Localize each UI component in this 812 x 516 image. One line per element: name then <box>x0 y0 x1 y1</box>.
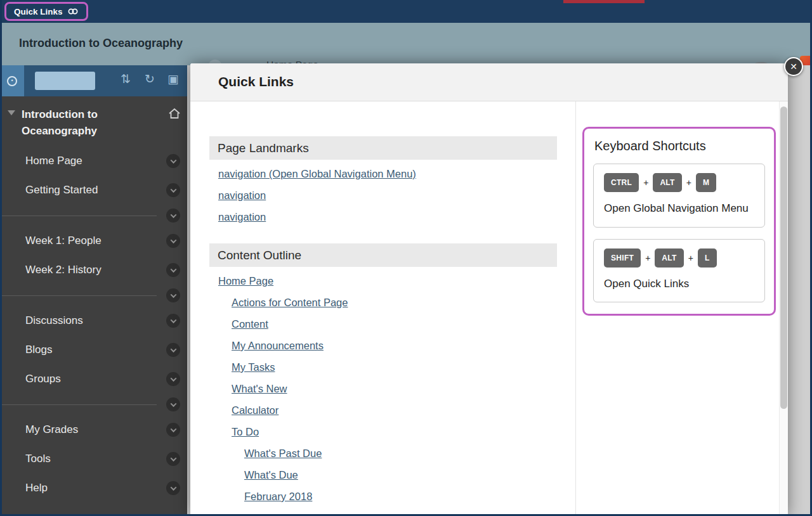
chevron-down-icon <box>170 266 176 273</box>
chevron-down-icon <box>170 455 176 461</box>
sidebar-course-title: Introduction to Oceanography <box>22 106 164 139</box>
sort-arrows-icon[interactable]: ⇅ <box>121 73 131 85</box>
sidebar-divider <box>0 394 187 415</box>
chevron-down-icon <box>170 157 176 164</box>
sidebar-item-label: Discussions <box>25 314 83 327</box>
page-landmarks-heading: Page Landmarks <box>209 136 557 160</box>
item-menu-button[interactable] <box>166 154 180 168</box>
shortcut-card: CTRL + ALT + M Open Global Navigation Me… <box>593 164 765 228</box>
course-menu-sidebar: • ⇅ ↻ ▣ Introduction to Oceanography Hom… <box>0 65 187 516</box>
item-menu-button[interactable] <box>166 452 180 466</box>
shortcut-description: Open Quick Links <box>604 276 754 292</box>
item-menu-button[interactable] <box>166 397 180 411</box>
close-button[interactable]: ✕ <box>784 57 803 76</box>
sidebar-item-blogs[interactable]: Blogs <box>0 335 187 364</box>
keycap: L <box>698 248 717 268</box>
sidebar-item-getting-started[interactable]: Getting Started <box>0 176 187 205</box>
modal-title: Quick Links <box>218 74 294 89</box>
plus-sign: + <box>686 177 691 188</box>
item-menu-button[interactable] <box>166 372 180 386</box>
outline-link[interactable]: What's Due <box>244 468 298 482</box>
top-accent-bar <box>563 0 645 3</box>
chevron-down-icon <box>170 212 176 218</box>
outline-link[interactable]: To Do <box>232 425 259 439</box>
outline-link[interactable]: What's New <box>232 382 287 396</box>
shortcut-keys: SHIFT + ALT + L <box>604 248 754 268</box>
modal-body: Page Landmarks navigation (Open Global N… <box>190 101 788 516</box>
item-menu-button[interactable] <box>166 183 180 197</box>
sidebar-item-week-2[interactable]: Week 2: History <box>0 255 187 285</box>
sidebar-item-groups[interactable]: Groups <box>0 364 187 394</box>
shortcut-card: SHIFT + ALT + L Open Quick Links <box>593 239 765 303</box>
shortcut-description: Open Global Navigation Menu <box>604 201 754 217</box>
sidebar-item-label: Blogs <box>25 344 53 356</box>
course-menu-toolbar: • ⇅ ↻ ▣ <box>0 65 187 96</box>
sidebar-item-label: Groups <box>25 373 61 385</box>
collapse-circle-icon: • <box>7 76 17 86</box>
course-title: Introduction to Oceanography <box>19 37 183 50</box>
refresh-icon[interactable]: ↻ <box>145 73 155 85</box>
modal-scrollbar-track[interactable] <box>779 101 788 516</box>
chain-link-icon <box>67 8 79 15</box>
chevron-down-icon <box>170 292 176 298</box>
keyboard-shortcuts-heading: Keyboard Shortcuts <box>594 139 764 153</box>
menu-view-toggle[interactable] <box>35 72 95 90</box>
item-menu-button[interactable] <box>166 263 180 277</box>
item-menu-button[interactable] <box>166 423 180 437</box>
landmark-link[interactable]: navigation (Open Global Navigation Menu) <box>218 167 416 181</box>
item-menu-button[interactable] <box>166 314 180 328</box>
item-menu-button[interactable] <box>166 481 180 495</box>
sidebar-item-label: Week 2: History <box>25 264 102 276</box>
chevron-down-icon <box>170 237 176 243</box>
item-menu-button[interactable] <box>166 209 180 223</box>
sidebar-item-help[interactable]: Help <box>0 474 187 503</box>
keycap: ALT <box>653 173 681 192</box>
home-icon <box>168 108 181 119</box>
sidebar-item-tools[interactable]: Tools <box>0 444 187 474</box>
landmark-link[interactable]: navigation <box>218 188 266 203</box>
sidebar-item-home-page[interactable]: Home Page <box>0 146 187 176</box>
close-icon: ✕ <box>790 61 797 72</box>
keycap: ALT <box>655 248 683 268</box>
sidebar-course-header[interactable]: Introduction to Oceanography <box>0 96 187 146</box>
chevron-down-icon <box>170 401 176 407</box>
outline-link[interactable]: Home Page <box>218 274 273 288</box>
quick-links-modal: Quick Links ✕ Page Landmarks navigation … <box>190 63 788 516</box>
hide-menu-button[interactable]: • <box>0 65 24 96</box>
outline-link[interactable]: February 2018 <box>244 489 312 504</box>
sidebar-item-week-1[interactable]: Week 1: People <box>0 226 187 255</box>
window-frame <box>0 0 2 516</box>
chevron-down-icon <box>170 346 176 352</box>
plus-sign: + <box>645 253 650 263</box>
chevron-down-icon <box>170 317 176 323</box>
sidebar-item-discussions[interactable]: Discussions <box>0 306 187 335</box>
sidebar-item-label: Home Page <box>25 155 82 167</box>
outline-link[interactable]: Actions for Content Page <box>232 295 348 310</box>
outline-link[interactable]: My Announcements <box>232 339 324 353</box>
sidebar-divider <box>0 205 187 226</box>
outline-link[interactable]: Calculator <box>232 403 278 418</box>
chevron-down-icon <box>170 186 176 193</box>
keycap: SHIFT <box>604 248 641 268</box>
links-column: Page Landmarks navigation (Open Global N… <box>190 101 575 516</box>
item-menu-button[interactable] <box>166 343 180 357</box>
outline-link[interactable]: Content <box>232 317 268 332</box>
outline-link[interactable]: My Tasks <box>232 360 275 375</box>
sidebar-item-label: My Grades <box>25 423 78 436</box>
open-in-window-icon[interactable]: ▣ <box>167 73 179 85</box>
plus-sign: + <box>688 253 693 263</box>
item-menu-button[interactable] <box>166 288 180 302</box>
collapse-triangle-icon <box>8 110 15 115</box>
sidebar-item-my-grades[interactable]: My Grades <box>0 415 187 444</box>
outline-link[interactable]: What's Past Due <box>244 446 322 461</box>
item-menu-button[interactable] <box>166 234 180 248</box>
modal-header: Quick Links <box>190 63 788 101</box>
modal-scrollbar-thumb[interactable] <box>780 106 787 409</box>
shortcut-keys: CTRL + ALT + M <box>604 173 754 192</box>
landmark-link[interactable]: navigation <box>218 210 266 224</box>
content-outline-heading: Content Outline <box>209 243 557 267</box>
landmarks-list: navigation (Open Global Navigation Menu)… <box>209 167 575 224</box>
keyboard-shortcuts-panel: Keyboard Shortcuts CTRL + ALT + M Open G… <box>582 127 776 316</box>
keycap: M <box>696 173 716 192</box>
quick-links-button[interactable]: Quick Links <box>4 2 88 21</box>
